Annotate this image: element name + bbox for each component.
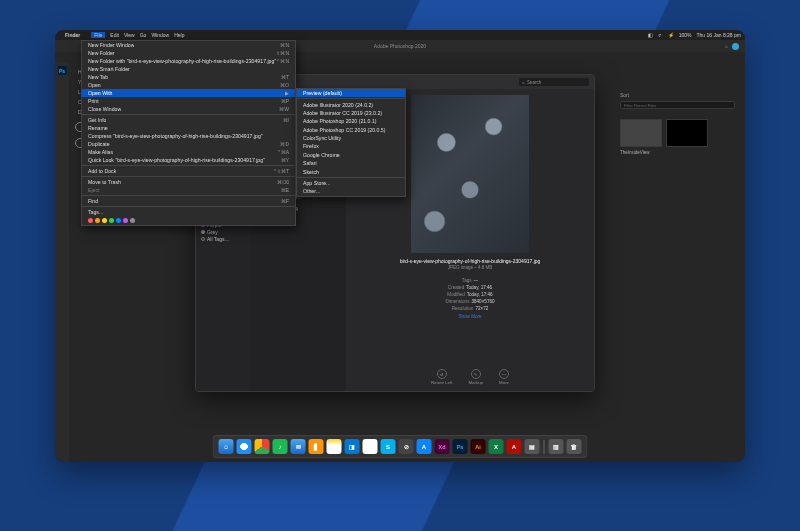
menubar-item-edit[interactable]: Edit (110, 32, 119, 38)
tag-color-dot[interactable] (102, 218, 107, 223)
dock-app-trash[interactable]: 🗑 (567, 439, 582, 454)
file-menu-item[interactable]: Compress "bird-s-eye-view-photography-of… (82, 132, 295, 140)
preview-meta-row: ModifiedToday, 17:46 (445, 292, 494, 299)
file-menu-item[interactable]: Quick Look "bird-s-eye-view-photography-… (82, 156, 295, 164)
avatar[interactable] (732, 43, 739, 50)
menubar-item-window[interactable]: Window (151, 32, 169, 38)
file-menu-item[interactable]: New Folder with "bird-s-eye-view-photogr… (82, 57, 295, 65)
file-menu-item[interactable]: Tags... (82, 208, 295, 216)
photoshop-icon: Ps (58, 66, 67, 75)
sidebar-item[interactable]: All Tags… (199, 236, 248, 243)
menubar-item-go[interactable]: Go (140, 32, 147, 38)
preview-meta-row: Dimensions3840×5760 (445, 299, 494, 306)
file-menu-item[interactable]: Rename (82, 124, 295, 132)
open-with-item[interactable]: Firefox (297, 142, 405, 150)
file-menu-item[interactable]: Close Window⌘W (82, 105, 295, 113)
file-menu-item[interactable]: New Tab⌘T (82, 73, 295, 81)
dock-app-folder[interactable]: ▥ (549, 439, 564, 454)
open-with-item[interactable]: Safari (297, 159, 405, 167)
dock-app-illustrator[interactable]: Ai (471, 439, 486, 454)
dock-app-acrobat[interactable]: A (507, 439, 522, 454)
tag-color-dot[interactable] (123, 218, 128, 223)
preview-filename: bird-s-eye-view-photography-of-high-rise… (400, 258, 541, 264)
recent-thumb[interactable] (666, 119, 708, 147)
open-with-item[interactable]: Preview (default) (297, 89, 405, 97)
tool-icon: ✎ (471, 369, 481, 379)
dock-app-slack[interactable]: ※ (363, 439, 378, 454)
tag-row[interactable] (82, 216, 295, 225)
sidebar-item[interactable]: Grey (199, 229, 248, 236)
show-more-link[interactable]: Show More (458, 314, 481, 319)
preview-tool-more[interactable]: ⋯More (499, 369, 509, 385)
open-with-item[interactable]: App Store... (297, 179, 405, 187)
preview-tool-rotate-left[interactable]: ↺Rotate Left (431, 369, 452, 385)
dock-app-excel[interactable]: X (489, 439, 504, 454)
dock-app-notes[interactable] (327, 439, 342, 454)
open-with-submenu[interactable]: Preview (default)Adobe Illustrator 2020 … (296, 88, 406, 197)
tag-color-dot[interactable] (116, 218, 121, 223)
recent-thumb[interactable] (620, 119, 662, 147)
preview-meta-row: Resolution72×72 (445, 306, 494, 313)
file-menu-item[interactable]: New Finder Window⌘N (82, 41, 295, 49)
dock-app-spotify[interactable]: ♪ (273, 439, 288, 454)
tool-icon: ⋯ (499, 369, 509, 379)
search-icon: ⌕ (522, 80, 525, 85)
open-with-item[interactable]: Other... (297, 187, 405, 195)
preview-kind: JPEG image – 4.8 MB (448, 265, 493, 270)
dock-app-books[interactable]: ▋ (309, 439, 324, 454)
menubar-app-name[interactable]: Finder (65, 32, 80, 38)
dock-app-nosign[interactable]: ⊘ (399, 439, 414, 454)
preview-meta-row: CreatedToday, 17:46 (445, 285, 494, 292)
tag-color-dot[interactable] (109, 218, 114, 223)
dock-app-chrome[interactable] (255, 439, 270, 454)
file-menu-item[interactable]: Move to Trash⌘⌫ (82, 178, 295, 186)
dock-app-photoshop[interactable]: Ps (453, 439, 468, 454)
dock-app-safari[interactable] (237, 439, 252, 454)
filter-input[interactable]: Filter Recent Files (620, 101, 735, 109)
dock-app-skype[interactable]: S (381, 439, 396, 454)
status-icon[interactable]: ◧ (648, 32, 653, 38)
file-menu-item[interactable]: Make Alias⌃⌘A (82, 148, 295, 156)
file-menu-item[interactable]: New Smart Folder (82, 65, 295, 73)
dock-separator (544, 440, 545, 454)
file-menu[interactable]: New Finder Window⌘NNew Folder⇧⌘NNew Fold… (81, 40, 296, 226)
status-icon[interactable]: ᯤ (658, 32, 663, 38)
menubar-item-view[interactable]: View (124, 32, 135, 38)
menubar-item-help[interactable]: Help (174, 32, 184, 38)
file-menu-item[interactable]: New Folder⇧⌘N (82, 49, 295, 57)
dock-app-finder[interactable]: ☺ (219, 439, 234, 454)
open-with-item[interactable]: Google Chrome (297, 151, 405, 159)
open-with-item[interactable]: Adobe Illustrator 2020 (24.0.2) (297, 100, 405, 108)
file-menu-item[interactable]: Print⌘P (82, 97, 295, 105)
open-with-item[interactable]: Adobe Illustrator CC 2019 (23.0.2) (297, 109, 405, 117)
dock[interactable]: ☺♪✉▋◨※S⊘AXdPsAiXA▤▥🗑 (213, 435, 588, 458)
dock-app-vscode[interactable]: ◨ (345, 439, 360, 454)
photoshop-sidebar: Ps (55, 62, 69, 462)
tag-color-dot[interactable] (130, 218, 135, 223)
finder-search[interactable]: ⌕ Search (519, 78, 589, 86)
file-menu-item[interactable]: Get Info⌘I (82, 116, 295, 124)
open-with-item[interactable]: ColorSync Utility (297, 134, 405, 142)
open-with-item[interactable]: Adobe Photoshop CC 2019 (20.0.5) (297, 126, 405, 134)
search-icon[interactable]: ⌕ (725, 43, 728, 49)
open-with-item[interactable]: Adobe Photoshop 2020 (21.0.1) (297, 117, 405, 125)
tag-color-dot[interactable] (95, 218, 100, 223)
menubar-item-file[interactable]: File (91, 32, 105, 38)
file-menu-item[interactable]: Open With▶ (82, 89, 295, 97)
open-with-item[interactable]: Sketch (297, 167, 405, 175)
file-menu-item[interactable]: Open⌘O (82, 81, 295, 89)
file-menu-item[interactable]: Find⌘F (82, 197, 295, 205)
file-menu-item[interactable]: Duplicate⌘D (82, 140, 295, 148)
tag-dot-icon (201, 230, 205, 234)
recent-panel: Sort Filter Recent Files TheInsideView (620, 92, 735, 155)
dock-app-mail[interactable]: ✉ (291, 439, 306, 454)
dock-app-appstore[interactable]: A (417, 439, 432, 454)
dock-app-preview[interactable]: ▤ (525, 439, 540, 454)
status-icon[interactable]: ⚡ (668, 32, 674, 38)
dock-app-xd[interactable]: Xd (435, 439, 450, 454)
tag-color-dot[interactable] (88, 218, 93, 223)
thumb-caption: TheInsideView (620, 150, 735, 155)
preview-tool-markup[interactable]: ✎Markup (468, 369, 483, 385)
mac-menubar: Finder FileEditViewGoWindowHelp ◧ᯤ⚡100%T… (55, 30, 745, 40)
file-menu-item[interactable]: Add to Dock⌃⇧⌘T (82, 167, 295, 175)
